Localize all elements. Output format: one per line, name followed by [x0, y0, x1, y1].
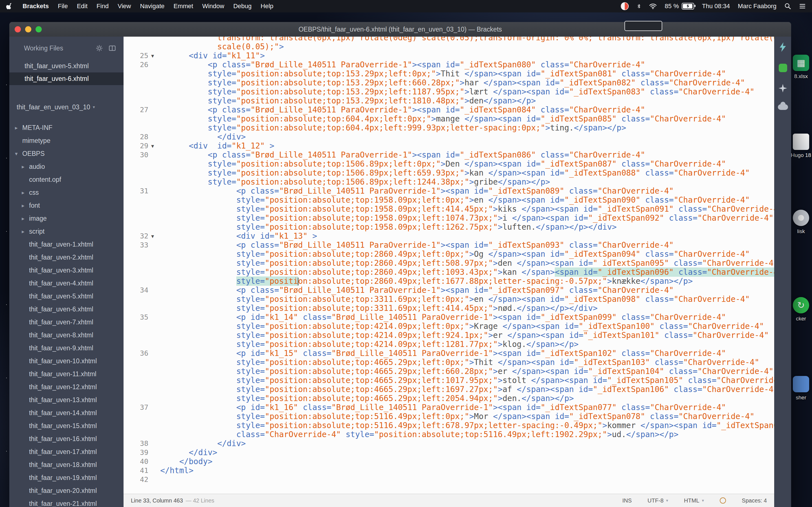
tree-file-thit_faar_uven-10.xhtml[interactable]: thit_faar_uven-10.xhtml	[9, 354, 123, 368]
tree-file-thit_faar_uven-19.xhtml[interactable]: thit_faar_uven-19.xhtml	[9, 471, 123, 484]
spotlight-search-icon[interactable]	[784, 3, 791, 10]
code-row[interactable]: 38 </div>	[123, 439, 774, 448]
code-row[interactable]: style="position:absolute;top:3311.69px;l…	[123, 295, 774, 304]
code-row[interactable]: 41</html>	[123, 466, 774, 475]
code-row[interactable]: 30 <p class="Brød_Lille_140511 ParaOverr…	[123, 151, 774, 160]
menu-item-find[interactable]: Find	[96, 3, 109, 10]
code-row[interactable]: 27 <p class="Brød_Lille_140511 ParaOverr…	[123, 105, 774, 114]
code-row[interactable]: style="position:absolute;top:1506.89px;l…	[123, 177, 774, 186]
desktop-icon-sher[interactable]: sher	[790, 376, 812, 401]
menu-item-debug[interactable]: Debug	[233, 3, 252, 10]
tree-file-thit_faar_uven-3.xhtml[interactable]: thit_faar_uven-3.xhtml	[9, 264, 123, 277]
disclosure-triangle[interactable]: ▾	[15, 151, 22, 157]
code-row[interactable]: 29▾ <div id="k1_12" >	[123, 142, 774, 151]
code-row[interactable]: 28 </div>	[123, 132, 774, 142]
menu-item-view[interactable]: View	[118, 3, 131, 10]
indent-setting[interactable]: Spaces: 4	[742, 497, 767, 504]
disclosure-triangle[interactable]: ▸	[22, 228, 29, 235]
code-row[interactable]: 34 <p class="Brød_Lille_140511 ParaOverr…	[123, 286, 774, 295]
code-row[interactable]: style="position:absolute;top:3311.69px;l…	[123, 304, 774, 313]
menu-item-edit[interactable]: Edit	[77, 3, 88, 10]
menu-item-navigate[interactable]: Navigate	[140, 3, 164, 10]
code-row[interactable]: 25▾ <div id="k1_11">	[123, 51, 774, 60]
desktop-icon-lisk[interactable]: lisk	[790, 210, 812, 234]
beautify-icon[interactable]	[779, 84, 787, 93]
code-row[interactable]: style="position:absolute;top:4665.29px;l…	[123, 367, 774, 376]
tree-folder-script[interactable]: ▸script	[9, 225, 123, 238]
disclosure-triangle[interactable]: ▸	[15, 124, 22, 131]
code-row[interactable]: style="position:absolute;top:4214.09px;l…	[123, 331, 774, 340]
disclosure-triangle[interactable]: ▸	[22, 189, 29, 196]
code-row[interactable]: style="position:absolute;top:2860.49px;l…	[123, 277, 774, 286]
encoding-select[interactable]: UTF-8▾	[648, 497, 668, 504]
tree-folder-audio[interactable]: ▸audio	[9, 160, 123, 173]
overwrite-toggle[interactable]: INS	[622, 497, 632, 504]
code-row[interactable]: style="position:absolute;top:604.4px;lef…	[123, 123, 774, 132]
code-row[interactable]: 39 </div>	[123, 448, 774, 457]
code-row[interactable]: 40 </body>	[123, 457, 774, 466]
code-row[interactable]: 42	[123, 475, 774, 484]
code-row[interactable]: style="position:absolute;top:4665.29px;l…	[123, 394, 774, 403]
cursor-position[interactable]: Line 33, Column 463	[131, 497, 183, 504]
live-preview-icon[interactable]	[779, 42, 786, 52]
tree-file-thit_faar_uven-12.xhtml[interactable]: thit_faar_uven-12.xhtml	[9, 381, 123, 393]
tree-file-content.opf[interactable]: content.opf	[9, 173, 123, 186]
tree-file-thit_faar_uven-13.xhtml[interactable]: thit_faar_uven-13.xhtml	[9, 393, 123, 406]
code-row[interactable]: 26 <p class="Brød_Lille_140511 ParaOverr…	[123, 60, 774, 69]
wifi-icon[interactable]	[649, 3, 657, 9]
code-row[interactable]: 35 <p id="k1_14" class="Brød_Lille_14051…	[123, 313, 774, 322]
disclosure-triangle[interactable]: ▸	[22, 163, 29, 170]
code-row[interactable]: style="position:absolute;top:5116.49px;l…	[123, 421, 774, 430]
fold-arrow[interactable]: ▾	[148, 51, 160, 60]
code-row[interactable]: transform: translate(0px,1px) rotate(0de…	[123, 37, 774, 42]
tree-file-thit_faar_uven-17.xhtml[interactable]: thit_faar_uven-17.xhtml	[9, 445, 123, 458]
lint-status-icon[interactable]	[720, 497, 726, 504]
desktop-icon-8.xlsx[interactable]: 8.xlsx	[790, 55, 812, 79]
working-file-thit_faar_uven-5.xhtml[interactable]: thit_faar_uven-5.xhtml	[9, 60, 123, 72]
tree-folder-css[interactable]: ▸css	[9, 186, 123, 199]
tree-folder-font[interactable]: ▸font	[9, 199, 123, 212]
title-bar[interactable]: OEBPS/thit_faar_uven-6.xhtml (thit_faar_…	[9, 22, 791, 37]
menu-item-file[interactable]: File	[58, 3, 68, 10]
tree-file-thit_faar_uven-14.xhtml[interactable]: thit_faar_uven-14.xhtml	[9, 406, 123, 419]
code-row[interactable]: 31 <p class="Brød_Lille_140511 ParaOverr…	[123, 186, 774, 195]
desktop-icon-Hugo 18[interactable]: Hugo 18	[790, 133, 812, 158]
disclosure-triangle[interactable]: ▸	[22, 215, 29, 222]
menu-item-emmet[interactable]: Emmet	[173, 3, 193, 10]
zoom-button[interactable]	[36, 26, 42, 33]
tree-folder-OEBPS[interactable]: ▾OEBPS	[9, 147, 123, 160]
code-row[interactable]: style="position:absolute;top:4665.29px;l…	[123, 376, 774, 385]
working-file-thit_faar_uven-6.xhtml[interactable]: thit_faar_uven-6.xhtml	[9, 72, 123, 85]
gear-icon[interactable]	[95, 44, 103, 52]
tree-file-thit_faar_uven-2.xhtml[interactable]: thit_faar_uven-2.xhtml	[9, 251, 123, 264]
split-view-icon[interactable]	[108, 44, 116, 52]
cloud-extension-icon[interactable]	[778, 104, 788, 110]
fold-arrow[interactable]: ▾	[148, 232, 160, 241]
minimize-button[interactable]	[25, 26, 31, 33]
code-row[interactable]: style="position:absolute;top:1506.89px;l…	[123, 169, 774, 177]
tree-file-thit_faar_uven-18.xhtml[interactable]: thit_faar_uven-18.xhtml	[9, 458, 123, 471]
tree-file-thit_faar_uven-15.xhtml[interactable]: thit_faar_uven-15.xhtml	[9, 419, 123, 432]
code-row[interactable]: style="position:absolute;top:2860.49px;l…	[123, 259, 774, 268]
user-menu[interactable]: Marc Faaborg	[738, 3, 776, 10]
tree-file-thit_faar_uven-4.xhtml[interactable]: thit_faar_uven-4.xhtml	[9, 277, 123, 290]
code-row[interactable]: 36 <p id="k1_15" class="Brød_Lille_14051…	[123, 349, 774, 358]
tree-file-mimetype[interactable]: mimetype	[9, 134, 123, 147]
code-row[interactable]: 32▾ <div id="k1_13" >	[123, 232, 774, 241]
tree-file-thit_faar_uven-21.xhtml[interactable]: thit_faar_uven-21.xhtml	[9, 497, 123, 507]
bluetooth-icon[interactable]	[637, 3, 641, 10]
code-row[interactable]: style="position:absolute;top:5116.49px;l…	[123, 412, 774, 421]
code-row[interactable]: style="position:absolute;top:4665.29px;l…	[123, 385, 774, 394]
code-row[interactable]: style="position:absolute;top:153.29px;le…	[123, 69, 774, 78]
tree-file-thit_faar_uven-1.xhtml[interactable]: thit_faar_uven-1.xhtml	[9, 238, 123, 251]
code-row[interactable]: style="position:absolute;top:153.29px;le…	[123, 88, 774, 96]
battery-indicator[interactable]: 85 %	[665, 3, 694, 10]
tree-file-thit_faar_uven-7.xhtml[interactable]: thit_faar_uven-7.xhtml	[9, 316, 123, 329]
menu-item-help[interactable]: Help	[261, 3, 273, 10]
tree-file-thit_faar_uven-6.xhtml[interactable]: thit_faar_uven-6.xhtml	[9, 303, 123, 316]
code-row[interactable]: style="position:absolute;top:4214.09px;l…	[123, 322, 774, 331]
tree-file-thit_faar_uven-8.xhtml[interactable]: thit_faar_uven-8.xhtml	[9, 329, 123, 342]
code-area[interactable]: transform: translate(0px,1px) rotate(0de…	[123, 37, 774, 494]
menubar-clock[interactable]: Thu 08:34	[702, 3, 730, 10]
code-row[interactable]: style="position:absolute;top:4214.09px;l…	[123, 340, 774, 349]
